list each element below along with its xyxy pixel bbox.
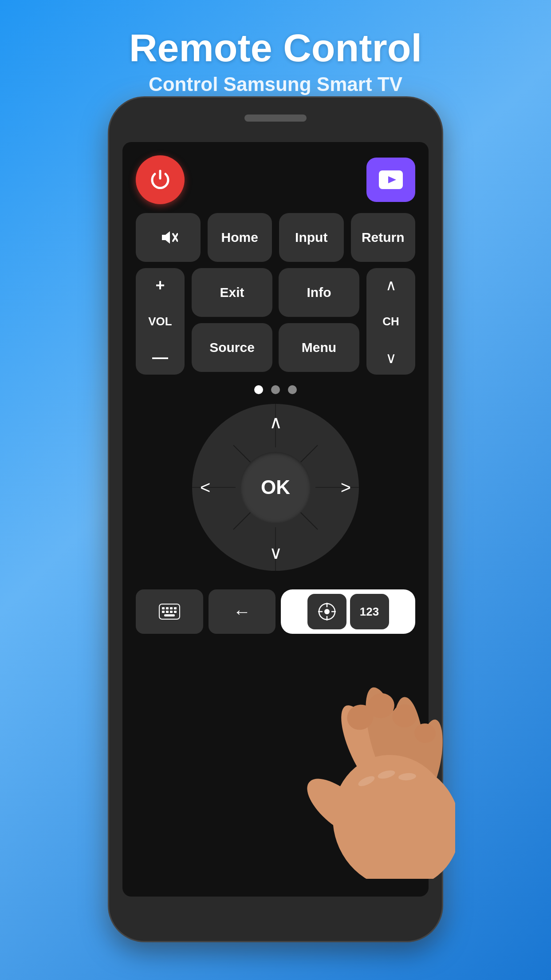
dot-1 (254, 385, 263, 394)
svg-rect-12 (162, 607, 165, 609)
youtube-button[interactable] (366, 158, 415, 202)
ok-label: OK (261, 476, 290, 498)
bottom-controls: ← 123 (131, 585, 420, 634)
source-button[interactable]: Source (192, 323, 272, 372)
page-subtitle: Control Samsung Smart TV (129, 73, 422, 95)
page-title: Remote Control (129, 27, 422, 70)
back-button[interactable]: ← (209, 589, 276, 634)
dpad-down-button[interactable]: ∨ (269, 542, 282, 563)
input-button[interactable]: Input (279, 213, 344, 262)
pagination-dots (254, 385, 297, 394)
power-button[interactable] (136, 155, 185, 204)
active-button-group: 123 (281, 589, 415, 634)
dpad-left-button[interactable]: < (200, 478, 210, 498)
menu-button[interactable]: Menu (279, 323, 359, 372)
dpad: ∧ ∨ < > OK (191, 403, 360, 572)
svg-rect-13 (166, 607, 169, 609)
svg-rect-19 (174, 611, 177, 613)
info-button[interactable]: Info (279, 268, 359, 317)
svg-rect-16 (162, 611, 165, 613)
ok-button[interactable]: OK (240, 452, 311, 523)
numbers-button[interactable]: 123 (350, 594, 389, 629)
phone-speaker (244, 115, 307, 122)
crosshair-button[interactable] (307, 594, 346, 629)
header: Remote Control Control Samsung Smart TV (129, 0, 422, 95)
exit-button[interactable]: Exit (192, 268, 272, 317)
dot-2 (271, 385, 280, 394)
keyboard-button[interactable] (136, 589, 203, 634)
source-menu-row: Source Menu (192, 323, 359, 372)
mute-button[interactable] (136, 213, 201, 262)
svg-rect-17 (166, 611, 169, 613)
dot-3 (288, 385, 297, 394)
dpad-up-button[interactable]: ∧ (269, 412, 282, 432)
row1: Home Input Return (131, 213, 420, 262)
vol-plus[interactable]: + (155, 276, 165, 295)
volume-control[interactable]: + VOL — (136, 268, 185, 375)
exit-info-row: Exit Info (192, 268, 359, 317)
num-label: 123 (360, 605, 379, 619)
top-controls-row (131, 155, 420, 204)
return-button[interactable]: Return (351, 213, 416, 262)
svg-rect-14 (170, 607, 173, 609)
back-icon: ← (233, 602, 251, 622)
svg-rect-20 (164, 614, 175, 616)
ch-up[interactable]: ∧ (386, 276, 397, 294)
row2: + VOL — Exit Info Source Menu (131, 268, 420, 375)
phone-device: Home Input Return + VOL — Exit Info (109, 98, 442, 941)
dpad-right-button[interactable]: > (341, 478, 351, 498)
svg-rect-18 (170, 611, 173, 613)
ch-down[interactable]: ∨ (386, 349, 397, 367)
svg-rect-15 (174, 607, 177, 609)
phone-screen: Home Input Return + VOL — Exit Info (122, 142, 429, 897)
ch-label: CH (382, 315, 399, 328)
vol-minus[interactable]: — (152, 348, 168, 367)
channel-control[interactable]: ∧ CH ∨ (366, 268, 415, 375)
phone-body: Home Input Return + VOL — Exit Info (109, 98, 442, 941)
home-button[interactable]: Home (208, 213, 272, 262)
mid-controls: Exit Info Source Menu (192, 268, 359, 375)
svg-point-22 (324, 609, 330, 614)
vol-label: VOL (148, 315, 172, 328)
